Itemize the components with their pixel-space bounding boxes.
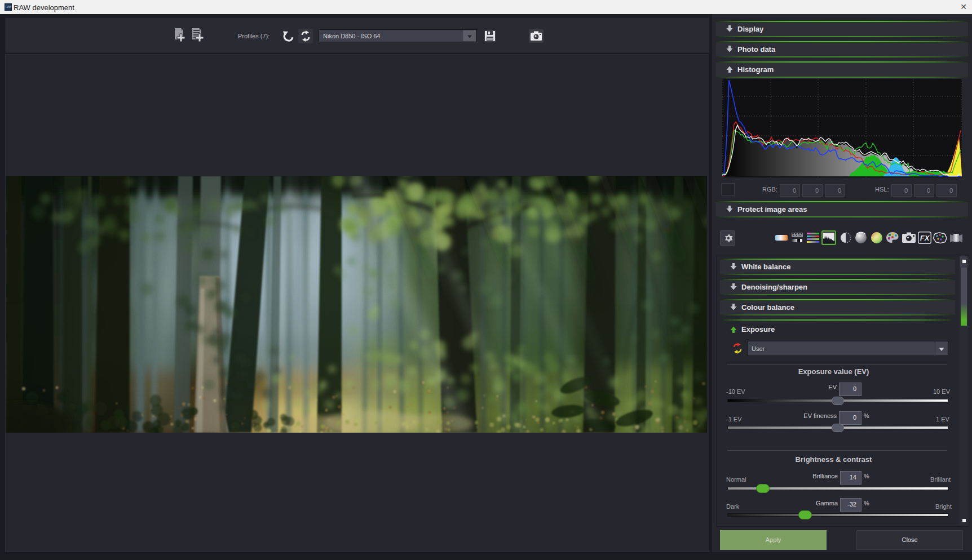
svg-text:FX: FX (920, 234, 930, 242)
